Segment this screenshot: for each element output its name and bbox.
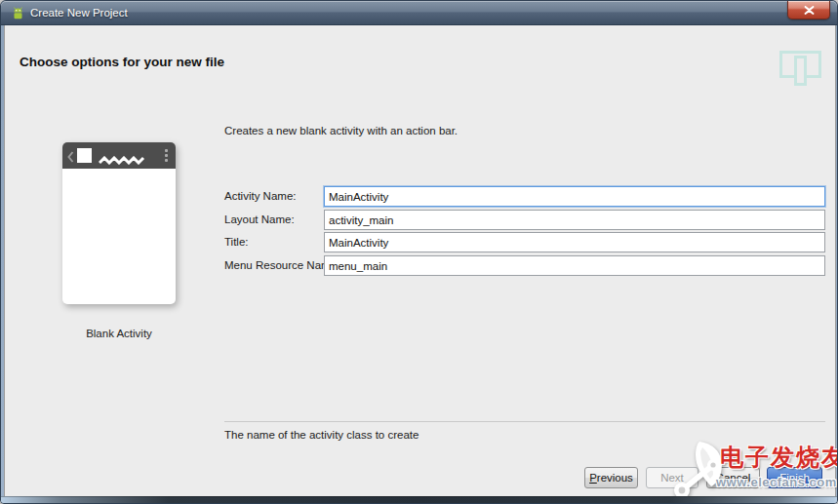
app-icon-placeholder (77, 148, 92, 163)
close-icon (804, 6, 815, 15)
form-row-activity-name: Activity Name: (224, 186, 825, 207)
overflow-menu-icon (165, 149, 168, 164)
page-title: Choose options for your new file (20, 55, 224, 69)
window-bottom-frame (1, 496, 837, 503)
next-button[interactable]: Next (646, 467, 698, 488)
dialog-content: Choose options for your new file (4, 25, 836, 498)
back-chevron-icon (67, 149, 74, 167)
window-title: Create New Project (30, 1, 128, 25)
activity-name-input[interactable] (324, 186, 825, 207)
activity-layout-icon-inner (794, 56, 807, 86)
form-description: Creates a new blank activity with an act… (224, 125, 458, 136)
activity-preview-card (62, 142, 176, 304)
preview-actionbar (62, 142, 176, 169)
android-icon (11, 6, 25, 20)
form-row-title: Title: (224, 232, 825, 252)
form-row-menu-resource-name: Menu Resource Name: (224, 255, 825, 276)
title-placeholder-zigzag (99, 151, 145, 169)
preview-label: Blank Activity (62, 328, 176, 339)
activity-layout-icon (779, 51, 822, 92)
previous-button[interactable]: Previous (584, 467, 638, 488)
hint-divider (224, 421, 825, 422)
menu-resource-name-input[interactable] (324, 255, 825, 276)
layout-name-input[interactable] (324, 210, 825, 230)
titlebar[interactable]: Create New Project (1, 1, 837, 25)
activity-name-label: Activity Name: (224, 190, 297, 202)
field-hint: The name of the activity class to create (224, 429, 419, 441)
title-input[interactable] (324, 232, 825, 252)
create-new-project-window: Create New Project Choose options for yo… (0, 0, 838, 504)
menu-resource-name-label: Menu Resource Name: (224, 259, 339, 271)
cancel-button[interactable]: Cancel (706, 467, 760, 488)
layout-name-label: Layout Name: (224, 213, 295, 225)
title-label: Title: (224, 236, 249, 248)
finish-button[interactable]: Finish (767, 467, 822, 488)
close-button[interactable] (787, 1, 830, 19)
form-row-layout-name: Layout Name: (224, 210, 825, 230)
